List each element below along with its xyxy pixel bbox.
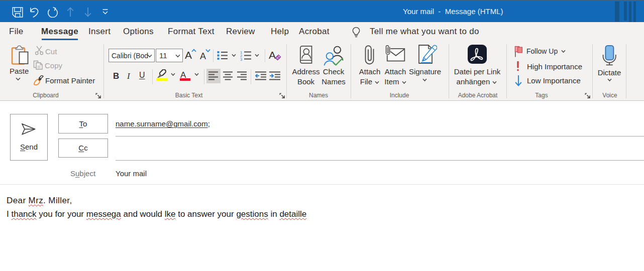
svg-text:3: 3 bbox=[240, 57, 242, 61]
